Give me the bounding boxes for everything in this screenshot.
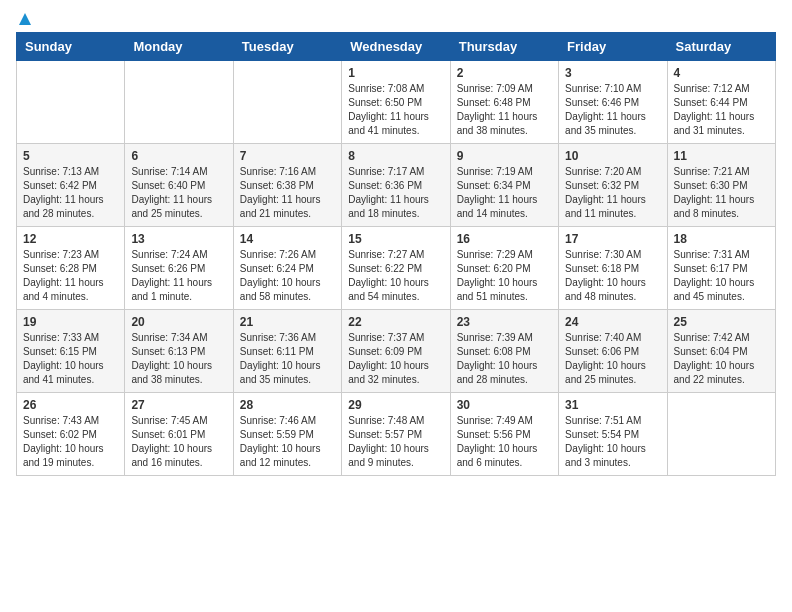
- calendar-week-row: 1Sunrise: 7:08 AM Sunset: 6:50 PM Daylig…: [17, 61, 776, 144]
- calendar-table: SundayMondayTuesdayWednesdayThursdayFrid…: [16, 32, 776, 476]
- day-number: 11: [674, 149, 769, 163]
- day-info: Sunrise: 7:34 AM Sunset: 6:13 PM Dayligh…: [131, 331, 226, 387]
- page-header: [16, 16, 776, 22]
- day-info: Sunrise: 7:17 AM Sunset: 6:36 PM Dayligh…: [348, 165, 443, 221]
- calendar-day-cell: 1Sunrise: 7:08 AM Sunset: 6:50 PM Daylig…: [342, 61, 450, 144]
- calendar-day-cell: 11Sunrise: 7:21 AM Sunset: 6:30 PM Dayli…: [667, 144, 775, 227]
- day-info: Sunrise: 7:29 AM Sunset: 6:20 PM Dayligh…: [457, 248, 552, 304]
- calendar-week-row: 5Sunrise: 7:13 AM Sunset: 6:42 PM Daylig…: [17, 144, 776, 227]
- day-number: 20: [131, 315, 226, 329]
- day-info: Sunrise: 7:46 AM Sunset: 5:59 PM Dayligh…: [240, 414, 335, 470]
- day-number: 5: [23, 149, 118, 163]
- day-info: Sunrise: 7:12 AM Sunset: 6:44 PM Dayligh…: [674, 82, 769, 138]
- day-info: Sunrise: 7:26 AM Sunset: 6:24 PM Dayligh…: [240, 248, 335, 304]
- calendar-day-cell: 19Sunrise: 7:33 AM Sunset: 6:15 PM Dayli…: [17, 310, 125, 393]
- day-info: Sunrise: 7:49 AM Sunset: 5:56 PM Dayligh…: [457, 414, 552, 470]
- day-number: 1: [348, 66, 443, 80]
- calendar-day-cell: 18Sunrise: 7:31 AM Sunset: 6:17 PM Dayli…: [667, 227, 775, 310]
- calendar-day-cell: 8Sunrise: 7:17 AM Sunset: 6:36 PM Daylig…: [342, 144, 450, 227]
- day-number: 4: [674, 66, 769, 80]
- svg-marker-0: [19, 13, 31, 25]
- day-number: 25: [674, 315, 769, 329]
- calendar-day-cell: 22Sunrise: 7:37 AM Sunset: 6:09 PM Dayli…: [342, 310, 450, 393]
- calendar-week-row: 19Sunrise: 7:33 AM Sunset: 6:15 PM Dayli…: [17, 310, 776, 393]
- calendar-day-cell: 9Sunrise: 7:19 AM Sunset: 6:34 PM Daylig…: [450, 144, 558, 227]
- calendar-day-cell: 13Sunrise: 7:24 AM Sunset: 6:26 PM Dayli…: [125, 227, 233, 310]
- weekday-header: Thursday: [450, 33, 558, 61]
- day-info: Sunrise: 7:42 AM Sunset: 6:04 PM Dayligh…: [674, 331, 769, 387]
- day-number: 10: [565, 149, 660, 163]
- day-number: 15: [348, 232, 443, 246]
- day-info: Sunrise: 7:10 AM Sunset: 6:46 PM Dayligh…: [565, 82, 660, 138]
- calendar-day-cell: 3Sunrise: 7:10 AM Sunset: 6:46 PM Daylig…: [559, 61, 667, 144]
- calendar-day-cell: 10Sunrise: 7:20 AM Sunset: 6:32 PM Dayli…: [559, 144, 667, 227]
- calendar-day-cell: 2Sunrise: 7:09 AM Sunset: 6:48 PM Daylig…: [450, 61, 558, 144]
- day-info: Sunrise: 7:19 AM Sunset: 6:34 PM Dayligh…: [457, 165, 552, 221]
- calendar-day-cell: 5Sunrise: 7:13 AM Sunset: 6:42 PM Daylig…: [17, 144, 125, 227]
- day-info: Sunrise: 7:09 AM Sunset: 6:48 PM Dayligh…: [457, 82, 552, 138]
- calendar-header-row: SundayMondayTuesdayWednesdayThursdayFrid…: [17, 33, 776, 61]
- weekday-header: Saturday: [667, 33, 775, 61]
- day-number: 21: [240, 315, 335, 329]
- day-info: Sunrise: 7:48 AM Sunset: 5:57 PM Dayligh…: [348, 414, 443, 470]
- day-info: Sunrise: 7:30 AM Sunset: 6:18 PM Dayligh…: [565, 248, 660, 304]
- calendar-week-row: 12Sunrise: 7:23 AM Sunset: 6:28 PM Dayli…: [17, 227, 776, 310]
- day-number: 30: [457, 398, 552, 412]
- day-number: 31: [565, 398, 660, 412]
- day-number: 12: [23, 232, 118, 246]
- day-info: Sunrise: 7:20 AM Sunset: 6:32 PM Dayligh…: [565, 165, 660, 221]
- day-info: Sunrise: 7:14 AM Sunset: 6:40 PM Dayligh…: [131, 165, 226, 221]
- calendar-day-cell: 24Sunrise: 7:40 AM Sunset: 6:06 PM Dayli…: [559, 310, 667, 393]
- calendar-day-cell: 29Sunrise: 7:48 AM Sunset: 5:57 PM Dayli…: [342, 393, 450, 476]
- calendar-day-cell: [17, 61, 125, 144]
- weekday-header: Sunday: [17, 33, 125, 61]
- calendar-day-cell: 20Sunrise: 7:34 AM Sunset: 6:13 PM Dayli…: [125, 310, 233, 393]
- calendar-day-cell: 25Sunrise: 7:42 AM Sunset: 6:04 PM Dayli…: [667, 310, 775, 393]
- calendar-day-cell: 17Sunrise: 7:30 AM Sunset: 6:18 PM Dayli…: [559, 227, 667, 310]
- day-number: 6: [131, 149, 226, 163]
- day-info: Sunrise: 7:37 AM Sunset: 6:09 PM Dayligh…: [348, 331, 443, 387]
- logo: [16, 16, 32, 22]
- calendar-day-cell: 30Sunrise: 7:49 AM Sunset: 5:56 PM Dayli…: [450, 393, 558, 476]
- calendar-day-cell: 14Sunrise: 7:26 AM Sunset: 6:24 PM Dayli…: [233, 227, 341, 310]
- day-number: 7: [240, 149, 335, 163]
- day-info: Sunrise: 7:40 AM Sunset: 6:06 PM Dayligh…: [565, 331, 660, 387]
- day-info: Sunrise: 7:45 AM Sunset: 6:01 PM Dayligh…: [131, 414, 226, 470]
- day-number: 22: [348, 315, 443, 329]
- calendar-day-cell: 23Sunrise: 7:39 AM Sunset: 6:08 PM Dayli…: [450, 310, 558, 393]
- day-number: 27: [131, 398, 226, 412]
- calendar-day-cell: [667, 393, 775, 476]
- day-info: Sunrise: 7:23 AM Sunset: 6:28 PM Dayligh…: [23, 248, 118, 304]
- day-number: 13: [131, 232, 226, 246]
- day-number: 14: [240, 232, 335, 246]
- day-info: Sunrise: 7:33 AM Sunset: 6:15 PM Dayligh…: [23, 331, 118, 387]
- calendar-day-cell: 21Sunrise: 7:36 AM Sunset: 6:11 PM Dayli…: [233, 310, 341, 393]
- day-info: Sunrise: 7:36 AM Sunset: 6:11 PM Dayligh…: [240, 331, 335, 387]
- calendar-day-cell: [125, 61, 233, 144]
- calendar-day-cell: 4Sunrise: 7:12 AM Sunset: 6:44 PM Daylig…: [667, 61, 775, 144]
- day-number: 19: [23, 315, 118, 329]
- day-number: 16: [457, 232, 552, 246]
- day-number: 17: [565, 232, 660, 246]
- calendar-day-cell: [233, 61, 341, 144]
- day-info: Sunrise: 7:21 AM Sunset: 6:30 PM Dayligh…: [674, 165, 769, 221]
- day-number: 26: [23, 398, 118, 412]
- day-info: Sunrise: 7:16 AM Sunset: 6:38 PM Dayligh…: [240, 165, 335, 221]
- weekday-header: Tuesday: [233, 33, 341, 61]
- day-number: 29: [348, 398, 443, 412]
- day-number: 2: [457, 66, 552, 80]
- calendar-day-cell: 16Sunrise: 7:29 AM Sunset: 6:20 PM Dayli…: [450, 227, 558, 310]
- day-info: Sunrise: 7:27 AM Sunset: 6:22 PM Dayligh…: [348, 248, 443, 304]
- calendar-day-cell: 27Sunrise: 7:45 AM Sunset: 6:01 PM Dayli…: [125, 393, 233, 476]
- calendar-day-cell: 26Sunrise: 7:43 AM Sunset: 6:02 PM Dayli…: [17, 393, 125, 476]
- calendar-day-cell: 6Sunrise: 7:14 AM Sunset: 6:40 PM Daylig…: [125, 144, 233, 227]
- weekday-header: Friday: [559, 33, 667, 61]
- day-number: 28: [240, 398, 335, 412]
- calendar-day-cell: 15Sunrise: 7:27 AM Sunset: 6:22 PM Dayli…: [342, 227, 450, 310]
- day-number: 23: [457, 315, 552, 329]
- day-info: Sunrise: 7:39 AM Sunset: 6:08 PM Dayligh…: [457, 331, 552, 387]
- day-number: 8: [348, 149, 443, 163]
- calendar-day-cell: 28Sunrise: 7:46 AM Sunset: 5:59 PM Dayli…: [233, 393, 341, 476]
- day-info: Sunrise: 7:13 AM Sunset: 6:42 PM Dayligh…: [23, 165, 118, 221]
- day-info: Sunrise: 7:08 AM Sunset: 6:50 PM Dayligh…: [348, 82, 443, 138]
